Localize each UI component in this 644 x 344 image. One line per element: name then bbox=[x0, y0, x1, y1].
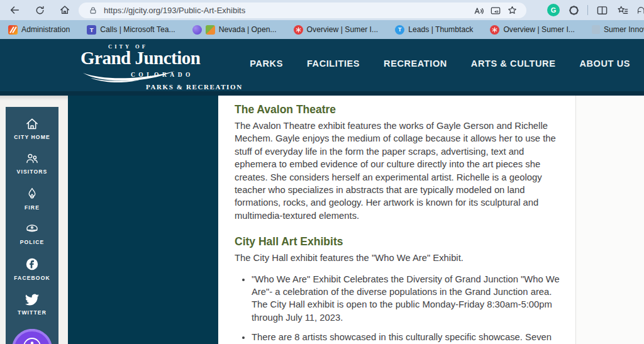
main-content: The Avalon Theatre The Avalon Theatre ex… bbox=[218, 96, 575, 344]
quicklink-label: FACEBOOK bbox=[14, 275, 50, 281]
toolbar-right-cluster: G bbox=[547, 0, 644, 20]
nav-facilities[interactable]: FACILITIES bbox=[307, 58, 360, 69]
refresh-icon bbox=[35, 5, 45, 16]
quicklink-label: FIRE bbox=[25, 204, 40, 211]
quicklink-label: VISITORS bbox=[17, 169, 48, 175]
city-hall-intro: The City Hall exhibit features the "Who … bbox=[235, 252, 560, 264]
bookmark-administration[interactable]: Administration bbox=[8, 25, 70, 35]
quicklink-city-home[interactable]: CITY HOME bbox=[14, 117, 50, 140]
logo-name: Grand Junction bbox=[80, 48, 200, 69]
lock-icon[interactable] bbox=[89, 6, 97, 15]
section-heading-city-hall: City Hall Art Exhibits bbox=[235, 235, 560, 248]
address-bar[interactable]: https://gjcity.org/193/Public-Art-Exhibi… bbox=[79, 3, 526, 18]
grammarly-extension-icon[interactable]: G bbox=[547, 4, 560, 16]
quicklink-fire[interactable]: FIRE bbox=[25, 186, 40, 211]
quicklink-label: CITY HOME bbox=[14, 134, 50, 140]
section-heading-avalon: The Avalon Theatre bbox=[235, 103, 560, 116]
right-gutter bbox=[575, 96, 644, 344]
bookmark-label: Sumer Innovations bbox=[604, 25, 644, 34]
bookmark-thumbtack[interactable]: T Leads | Thumbtack bbox=[395, 25, 473, 35]
home-icon bbox=[59, 4, 70, 16]
page-body: CITY HOME VISITORS FIRE POLICE bbox=[0, 96, 644, 344]
browser-toolbar: https://gjcity.org/193/Public-Art-Exhibi… bbox=[0, 0, 644, 20]
flame-icon bbox=[25, 186, 39, 201]
bookmark-teams-calls[interactable]: T Calls | Microsoft Tea... bbox=[87, 25, 175, 35]
browser-essentials-partial-icon[interactable] bbox=[636, 3, 644, 18]
collections-icon[interactable] bbox=[616, 3, 630, 18]
quicklink-twitter[interactable]: TWITTER bbox=[18, 292, 47, 316]
purple-circle-favicon bbox=[192, 25, 202, 35]
immersive-reader-icon[interactable] bbox=[487, 3, 504, 18]
bookmark-label: Overview | Sumer I... bbox=[307, 25, 379, 34]
browser-window: https://gjcity.org/193/Public-Art-Exhibi… bbox=[0, 0, 644, 344]
quicklink-police[interactable]: POLICE bbox=[20, 222, 45, 245]
nav-recreation[interactable]: RECREATION bbox=[384, 58, 447, 69]
split-screen-icon[interactable] bbox=[595, 3, 609, 18]
gray-favicon bbox=[592, 25, 600, 34]
city-hall-bullet-list: "Who We Are" Exhibit Celebrates the Dive… bbox=[235, 273, 560, 344]
favorite-star-icon[interactable] bbox=[504, 3, 520, 18]
people-icon bbox=[25, 152, 40, 165]
extensions-icon[interactable] bbox=[567, 3, 580, 18]
thumbtack-favicon: T bbox=[395, 25, 404, 35]
bullet-item: "Who We Are" Exhibit Celebrates the Dive… bbox=[252, 273, 560, 325]
bookmark-sumer-innovations[interactable]: Sumer Innovations bbox=[592, 25, 644, 34]
bookmark-nevada[interactable]: Nevada | Open... bbox=[192, 25, 277, 35]
nav-arts-culture[interactable]: ARTS & CULTURE bbox=[471, 58, 556, 69]
bookmark-label: Nevada | Open... bbox=[219, 25, 277, 34]
bookmark-label: Leads | Thumbtack bbox=[408, 25, 473, 34]
red-burst-favicon bbox=[490, 25, 499, 35]
bookmark-overview-1[interactable]: Overview | Sumer I... bbox=[294, 25, 379, 35]
nav-parks[interactable]: PARKS bbox=[250, 58, 283, 69]
police-cap-icon bbox=[24, 222, 40, 236]
red-burst-favicon bbox=[294, 25, 303, 35]
bookmark-label: Overview | Sumer I... bbox=[503, 25, 575, 34]
site-header: CITY OF Grand Junction COLORADO PARKS & … bbox=[0, 39, 644, 96]
nav-about-us[interactable]: ABOUT US bbox=[579, 58, 630, 69]
accessibility-person-icon bbox=[21, 331, 43, 344]
facebook-icon bbox=[25, 257, 40, 272]
home-icon bbox=[25, 117, 40, 131]
read-aloud-icon[interactable] bbox=[471, 3, 487, 18]
twitter-icon bbox=[25, 292, 40, 306]
refresh-button[interactable] bbox=[30, 1, 49, 19]
toolbar-divider bbox=[587, 5, 588, 15]
site-nav: PARKS FACILITIES RECREATION ARTS & CULTU… bbox=[250, 58, 630, 69]
administration-favicon bbox=[8, 25, 18, 35]
grand-junction-logo[interactable]: CITY OF Grand Junction COLORADO PARKS & … bbox=[80, 42, 235, 94]
url-text[interactable]: https://gjcity.org/193/Public-Art-Exhibi… bbox=[104, 6, 471, 15]
logo-state: COLORADO bbox=[131, 72, 194, 78]
quicklink-label: POLICE bbox=[20, 239, 45, 245]
quicklink-visitors[interactable]: VISITORS bbox=[17, 152, 48, 175]
bookmark-label: Calls | Microsoft Tea... bbox=[100, 25, 175, 34]
quicklink-facebook[interactable]: FACEBOOK bbox=[14, 257, 50, 281]
photo-favicon bbox=[206, 25, 215, 35]
bookmark-label: Administration bbox=[21, 25, 70, 34]
quick-links-sidebar: CITY HOME VISITORS FIRE POLICE bbox=[6, 107, 58, 344]
bullet-item: There are 8 artists showcased in this cu… bbox=[252, 331, 560, 344]
back-arrow-icon bbox=[9, 4, 20, 16]
bookmarks-bar: Administration T Calls | Microsoft Tea..… bbox=[0, 20, 644, 39]
bookmark-overview-2[interactable]: Overview | Sumer I... bbox=[490, 25, 575, 35]
avalon-paragraph: The Avalon Theatre exhibit features the … bbox=[235, 119, 560, 222]
home-button[interactable] bbox=[55, 1, 74, 19]
back-button[interactable] bbox=[5, 1, 24, 19]
quicklink-label: TWITTER bbox=[18, 309, 47, 316]
left-teal-panel bbox=[68, 96, 218, 344]
logo-department: PARKS & RECREATION bbox=[146, 83, 243, 91]
microsoft-teams-favicon: T bbox=[87, 25, 96, 35]
